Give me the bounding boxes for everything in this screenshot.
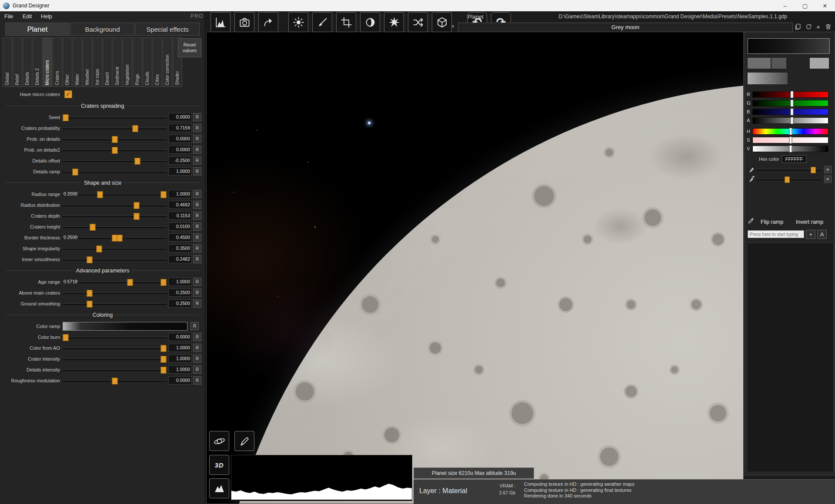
param-value[interactable]: 0.0000	[168, 376, 192, 385]
param-value[interactable]: 0.3500	[168, 244, 192, 252]
color-swatch[interactable]	[748, 58, 771, 69]
slider-handle[interactable]	[789, 145, 792, 153]
slider-handle[interactable]	[790, 99, 793, 107]
tab-planet[interactable]: Planet	[5, 23, 70, 36]
channel-slider-s[interactable]	[752, 137, 828, 143]
impact-button[interactable]	[384, 12, 404, 32]
slider-handle[interactable]	[112, 378, 117, 385]
slider-handle[interactable]	[87, 301, 93, 308]
slider-handle[interactable]	[96, 245, 102, 252]
param-slider[interactable]	[63, 245, 167, 252]
slider-handle[interactable]	[160, 356, 166, 363]
slider-handle[interactable]	[134, 202, 139, 209]
ramp-alpha-slider[interactable]	[756, 176, 822, 182]
param-reset-button[interactable]: R	[193, 167, 201, 176]
param-value[interactable]: 0.0000	[168, 333, 192, 341]
param-reset-button[interactable]: R	[193, 212, 201, 220]
param-slider[interactable]	[63, 157, 167, 165]
param-slider[interactable]	[63, 146, 167, 154]
paint-mode-button[interactable]	[234, 431, 254, 451]
param-value[interactable]: 1.0000	[168, 278, 192, 286]
menu-help[interactable]: Help	[41, 13, 52, 20]
ramp-stop-slider[interactable]	[756, 166, 822, 173]
randomize-button[interactable]	[408, 12, 428, 32]
channel-slider-h[interactable]	[752, 128, 828, 135]
slider-handle[interactable]	[135, 158, 140, 165]
slider-handle[interactable]	[127, 279, 133, 286]
orbit-view-button[interactable]	[209, 431, 229, 451]
param-slider[interactable]	[63, 124, 167, 132]
tab-special-effects[interactable]: Special effects	[135, 23, 200, 36]
planet-viewport[interactable]	[206, 32, 744, 504]
export-button[interactable]	[258, 12, 278, 32]
slider-handle[interactable]	[63, 334, 69, 341]
3d-view-button[interactable]: 3D	[209, 455, 229, 475]
param-reset-button[interactable]: R	[193, 201, 201, 209]
micro-craters-checkbox[interactable]: ✓	[64, 90, 72, 98]
tab-background[interactable]: Background	[70, 23, 135, 36]
param-value[interactable]: 0.2500	[168, 288, 192, 297]
slider-handle[interactable]	[112, 147, 117, 154]
channel-slider-b[interactable]	[752, 109, 828, 115]
param-value[interactable]: 0.0000	[168, 135, 192, 143]
slider-handle[interactable]	[160, 345, 166, 352]
vertical-tab-desert[interactable]: Desert	[103, 37, 112, 87]
vertical-tab-details[interactable]: Details	[23, 37, 32, 87]
param-slider[interactable]	[63, 366, 167, 374]
param-value[interactable]: 0.0000	[168, 146, 192, 154]
add-ramp-button[interactable]: +	[806, 230, 815, 239]
invert-ramp-button[interactable]: Invert ramp	[796, 219, 823, 225]
alpha-toggle-button[interactable]: A	[817, 230, 827, 239]
color-swatch[interactable]	[810, 58, 829, 69]
param-value[interactable]: 0.4500	[168, 233, 192, 242]
param-reset-button[interactable]: R	[193, 278, 201, 286]
channel-slider-r[interactable]	[752, 91, 828, 98]
eclipse-button[interactable]	[360, 12, 380, 32]
param-reset-button[interactable]: R	[193, 355, 201, 363]
param-slider[interactable]	[63, 212, 167, 220]
param-reset-button[interactable]: R	[193, 135, 201, 143]
param-slider[interactable]: 0.2000	[63, 190, 167, 198]
search-ramp-input[interactable]	[748, 230, 804, 238]
vertical-tab-clouds[interactable]: Clouds	[143, 37, 152, 87]
maximize-button[interactable]: ▢	[795, 0, 815, 11]
preset-dropdown[interactable]: Grey moon	[458, 23, 793, 32]
slider-handle[interactable]	[87, 290, 93, 297]
param-value[interactable]: 0.0000	[168, 113, 192, 121]
slider-handle[interactable]	[160, 191, 166, 198]
param-slider[interactable]	[63, 377, 167, 385]
param-value[interactable]: 1.0000	[168, 344, 192, 352]
slider-handle[interactable]	[97, 191, 103, 198]
frame-button[interactable]	[336, 12, 356, 32]
slider-handle[interactable]	[87, 256, 93, 263]
param-value[interactable]: 0.1153	[168, 212, 192, 220]
vertical-tab-other[interactable]: Other	[63, 37, 72, 87]
param-value[interactable]: -0.2500	[168, 156, 192, 165]
param-slider[interactable]	[63, 255, 167, 263]
vertical-tab-vegetation[interactable]: Vegetation	[123, 37, 132, 87]
param-slider[interactable]	[63, 333, 167, 341]
slider-handle[interactable]	[790, 117, 793, 124]
color-swatch[interactable]	[772, 58, 786, 69]
param-reset-button[interactable]: R	[193, 376, 201, 385]
terrain-profile-button[interactable]	[210, 12, 230, 32]
slider-handle[interactable]	[789, 136, 792, 144]
slider-handle[interactable]	[160, 367, 166, 374]
vertical-tab-color-correction[interactable]: Color correction	[163, 37, 172, 87]
param-reset-button[interactable]: R	[193, 113, 201, 121]
color-ramp-editor[interactable]	[63, 322, 187, 331]
vertical-tab-ice-caps[interactable]: Ice caps	[93, 37, 102, 87]
menu-edit[interactable]: Edit	[23, 13, 32, 20]
heightmap-view-button[interactable]	[209, 478, 229, 498]
slider-handle[interactable]	[90, 224, 96, 231]
param-slider[interactable]	[63, 168, 167, 176]
ramp-reset-button[interactable]: R	[824, 166, 832, 173]
param-reset-button[interactable]: R	[193, 190, 201, 198]
param-slider[interactable]	[63, 344, 167, 352]
vertical-tab-global[interactable]: Global	[3, 37, 12, 87]
slider-handle[interactable]	[785, 176, 790, 183]
slider-handle[interactable]	[63, 114, 69, 121]
param-value[interactable]: 0.2500	[168, 299, 192, 308]
param-reset-button[interactable]: R	[193, 299, 201, 308]
close-button[interactable]: ✕	[815, 0, 835, 11]
